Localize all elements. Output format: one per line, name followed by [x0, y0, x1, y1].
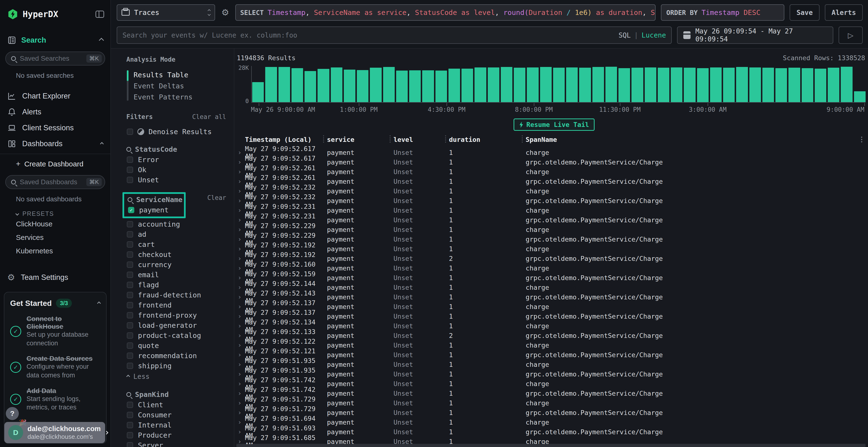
analysis-mode-option[interactable]: Event Patterns: [133, 92, 227, 103]
order-by-editor[interactable]: ORDER BY Timestamp DESC: [661, 4, 784, 21]
filter-option-load-generator[interactable]: load-generator: [126, 320, 227, 331]
filter-option-producer[interactable]: Producer: [126, 430, 227, 440]
row-expand-icon[interactable]: ›: [236, 361, 245, 368]
row-expand-icon[interactable]: ›: [236, 380, 245, 387]
event-search-input[interactable]: Search your events w/ Lucene ex. column:…: [117, 27, 672, 44]
lang-sql-toggle[interactable]: SQL: [618, 31, 631, 39]
filter-option-error[interactable]: Error: [126, 154, 227, 165]
filter-option-client[interactable]: Client: [126, 400, 227, 410]
histogram-bar[interactable]: [383, 67, 395, 102]
resume-live-tail-button[interactable]: Resume Live Tail: [514, 118, 595, 131]
row-expand-icon[interactable]: ›: [236, 149, 245, 156]
row-expand-icon[interactable]: ›: [236, 332, 245, 339]
sql-select-editor[interactable]: SELECT Timestamp, ServiceName as service…: [235, 4, 656, 21]
checkbox[interactable]: [127, 177, 133, 183]
clear-all-button[interactable]: Clear all: [192, 113, 226, 121]
histogram-bar[interactable]: [815, 69, 826, 102]
sidebar-item-kubernetes[interactable]: Kubernetes: [16, 244, 111, 258]
histogram-bar[interactable]: [592, 67, 604, 102]
row-expand-icon[interactable]: ›: [236, 178, 245, 185]
histogram-bar[interactable]: [514, 68, 525, 102]
checkbox[interactable]: [127, 322, 133, 329]
histogram-bar[interactable]: [697, 68, 709, 102]
filter-option-recommendation[interactable]: recommendation: [126, 351, 227, 361]
row-expand-icon[interactable]: ›: [236, 187, 245, 195]
row-expand-icon[interactable]: ›: [236, 313, 245, 320]
sidebar-item-chart-explorer[interactable]: Chart Explorer: [0, 88, 111, 104]
sidebar-item-search[interactable]: Search: [7, 36, 103, 45]
filter-option-unset[interactable]: Unset: [126, 175, 227, 185]
histogram-bar[interactable]: [828, 68, 839, 102]
checkbox[interactable]: [127, 282, 133, 288]
column-header-duration[interactable]: duration: [449, 136, 526, 143]
filter-option-ad[interactable]: ad: [126, 229, 227, 239]
histogram-bar[interactable]: [344, 70, 355, 102]
results-histogram[interactable]: 28K 0 May 26 9:00:00 AM1:00:00 PM4:30:00…: [236, 66, 866, 112]
sidebar-collapse-icon[interactable]: [95, 10, 104, 18]
row-expand-icon[interactable]: ›: [236, 245, 245, 252]
sidebar-item-team-settings[interactable]: ⚙ Team Settings: [7, 273, 111, 282]
row-expand-icon[interactable]: ›: [236, 342, 245, 349]
filter-option-frontend[interactable]: frontend: [126, 300, 227, 310]
checkbox[interactable]: [127, 342, 133, 349]
filter-option-product-catalog[interactable]: product-catalog: [126, 331, 227, 341]
histogram-bar[interactable]: [474, 67, 486, 102]
analysis-mode-option[interactable]: Results Table: [133, 69, 227, 80]
help-button[interactable]: ?: [6, 407, 19, 420]
denoise-results-toggle[interactable]: Denoise Results: [127, 128, 227, 136]
row-expand-icon[interactable]: ›: [236, 303, 245, 310]
histogram-bar[interactable]: [618, 68, 630, 102]
histogram-bar[interactable]: [579, 68, 591, 102]
horizontal-scrollbar[interactable]: [236, 444, 866, 447]
checkbox[interactable]: [127, 402, 133, 408]
histogram-bar[interactable]: [448, 69, 460, 102]
row-expand-icon[interactable]: ›: [236, 428, 245, 436]
row-expand-icon[interactable]: ›: [236, 159, 245, 166]
clear-filter-button[interactable]: Clear: [207, 194, 226, 201]
filter-option-consumer[interactable]: Consumer: [126, 410, 227, 420]
checkbox[interactable]: [127, 292, 133, 298]
histogram-bar[interactable]: [317, 69, 329, 102]
histogram-bar[interactable]: [841, 67, 852, 102]
histogram-bar[interactable]: [331, 67, 342, 102]
histogram-bar[interactable]: [710, 67, 722, 102]
histogram-bar[interactable]: [631, 68, 643, 102]
histogram-bar[interactable]: [488, 67, 499, 102]
checkbox[interactable]: [127, 363, 133, 369]
saved-searches-input[interactable]: Saved Searches ⌘K: [5, 51, 105, 66]
get-started-step-connect[interactable]: ✓ Connect to ClickHouse Set up your data…: [10, 315, 100, 347]
checkbox[interactable]: [127, 353, 133, 359]
alerts-button[interactable]: Alerts: [825, 4, 863, 21]
get-started-step-datasources[interactable]: ✓ Create Data Sources Configure where yo…: [10, 355, 100, 380]
histogram-bar[interactable]: [357, 70, 368, 102]
histogram-bar[interactable]: [265, 67, 277, 102]
histogram-bar[interactable]: [775, 68, 787, 102]
saved-dashboards-input[interactable]: Saved Dashboards ⌘K: [5, 175, 105, 189]
row-expand-icon[interactable]: ›: [236, 168, 245, 175]
row-expand-icon[interactable]: ›: [236, 236, 245, 243]
column-header-service[interactable]: service: [327, 136, 394, 143]
checkbox-checked[interactable]: [128, 207, 134, 213]
filter-option-email[interactable]: email: [126, 270, 227, 280]
histogram-bar[interactable]: [396, 71, 408, 102]
histogram-bar[interactable]: [723, 68, 735, 102]
row-expand-icon[interactable]: ›: [236, 265, 245, 272]
row-expand-icon[interactable]: ›: [236, 294, 245, 301]
checkbox[interactable]: [127, 167, 133, 173]
get-started-header[interactable]: Get Started 3/3: [10, 299, 100, 308]
filter-option-checkout[interactable]: checkout: [126, 249, 227, 260]
filter-option-flagd[interactable]: flagd: [126, 280, 227, 290]
filter-option-frontend-proxy[interactable]: frontend-proxy: [126, 310, 227, 320]
column-header-timestamp[interactable]: Timestamp (Local): [245, 136, 327, 143]
histogram-bar[interactable]: [278, 67, 290, 102]
checkbox[interactable]: [127, 332, 133, 339]
row-expand-icon[interactable]: ›: [236, 207, 245, 214]
histogram-bar[interactable]: [527, 67, 538, 102]
histogram-bar[interactable]: [788, 68, 800, 102]
checkbox[interactable]: [127, 157, 133, 163]
histogram-bar[interactable]: [422, 70, 434, 102]
histogram-bar[interactable]: [671, 67, 682, 102]
sidebar-item-dashboards[interactable]: Dashboards: [0, 136, 111, 152]
filter-option-payment[interactable]: payment: [128, 205, 182, 215]
histogram-bar[interactable]: [736, 67, 748, 102]
